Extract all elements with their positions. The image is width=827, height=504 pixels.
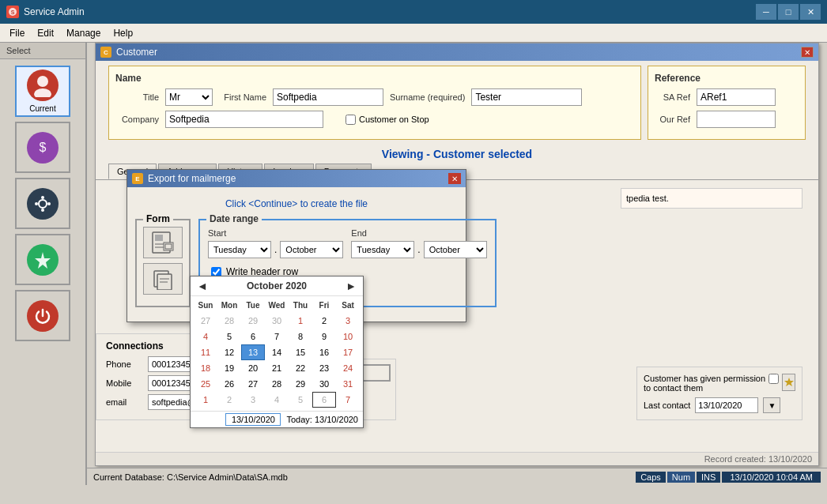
end-date-col: End TuesdayMondayWednesday . OctoberNove…	[351, 228, 486, 258]
calendar-day[interactable]: 23	[312, 360, 336, 376]
calendar-day[interactable]: 17	[336, 344, 360, 360]
sa-ref-input[interactable]	[697, 88, 776, 106]
main-layout: Select Current $	[0, 43, 827, 485]
calendar-day[interactable]: 21	[265, 360, 289, 376]
calendar-day[interactable]: 28	[265, 376, 289, 392]
calendar-day[interactable]: 26	[217, 376, 241, 392]
customer-window-icon: C	[100, 47, 111, 58]
start-label: Start	[208, 228, 343, 238]
title-select[interactable]: MrMrsMsDr	[165, 88, 213, 106]
status-right: Caps Num INS 13/10/2020 10:04 AM	[636, 472, 821, 483]
calendar-day[interactable]: 7	[265, 329, 289, 344]
customer-window-title: Customer	[116, 47, 157, 58]
maximize-button[interactable]: □	[778, 4, 799, 20]
calendar-day[interactable]: 10	[336, 329, 360, 344]
calendar-day[interactable]: 29	[241, 313, 265, 329]
surname-input[interactable]	[471, 88, 582, 106]
sidebar-item-current[interactable]: Current	[15, 66, 70, 117]
calendar-day[interactable]: 20	[241, 360, 265, 376]
calendar-day[interactable]: 18	[194, 360, 217, 376]
calendar-day[interactable]: 27	[194, 313, 217, 329]
day-header-thu: Thu	[289, 299, 312, 311]
menu-help[interactable]: Help	[107, 26, 139, 40]
calendar-day[interactable]: 6	[312, 392, 336, 408]
calendar-day[interactable]: 5	[217, 329, 241, 344]
calendar-day[interactable]: 11	[194, 344, 217, 360]
calendar-day[interactable]: 12	[217, 344, 241, 360]
form-icon-btn-2[interactable]	[143, 263, 183, 295]
first-name-input[interactable]	[273, 88, 383, 106]
calendar-day[interactable]: 14	[265, 344, 289, 360]
app-close-button[interactable]: ✕	[800, 4, 821, 20]
calendar-prev-btn[interactable]: ◄	[197, 280, 208, 292]
our-ref-label: Our Ref	[655, 115, 690, 124]
sidebar-item-power[interactable]	[15, 290, 70, 341]
svg-text:E: E	[135, 175, 140, 182]
calendar-day[interactable]: 2	[217, 392, 241, 408]
name-ref-section: Name Title MrMrsMsDr First Name Surname …	[108, 66, 806, 140]
last-contact-calendar-btn[interactable]: ▼	[763, 397, 780, 413]
name-box: Name Title MrMrsMsDr First Name Surname …	[108, 66, 641, 140]
form-icon-btn-1[interactable]	[143, 227, 183, 258]
dialog-title-text: Export for mailmerge	[148, 173, 236, 184]
sidebar-item-green[interactable]	[15, 234, 70, 285]
day-header-tue: Tue	[241, 299, 265, 311]
calendar-day[interactable]: 25	[194, 376, 217, 392]
calendar-day[interactable]: 1	[289, 313, 312, 329]
customer-on-stop-checkbox[interactable]	[346, 115, 356, 125]
start-month-select[interactable]: OctoberNovemberSeptember	[280, 241, 343, 258]
end-day-select[interactable]: TuesdayMondayWednesday	[351, 241, 414, 258]
calendar-day[interactable]: 24	[336, 360, 360, 376]
calendar-day[interactable]: 9	[312, 329, 336, 344]
calendar-day[interactable]: 15	[289, 344, 312, 360]
dialog-title-left: E Export for mailmerge	[132, 173, 236, 184]
contact-icon-btn[interactable]	[782, 374, 795, 391]
calendar-day[interactable]: 4	[265, 392, 289, 408]
sidebar-item-payments[interactable]: $	[15, 122, 70, 173]
calendar-day[interactable]: 30	[312, 376, 336, 392]
calendar-day[interactable]: 3	[241, 392, 265, 408]
calendar-today-input[interactable]	[225, 413, 281, 426]
company-input[interactable]	[165, 111, 323, 128]
svg-text:C: C	[104, 49, 108, 56]
dialog-close-button[interactable]: ✕	[448, 173, 461, 184]
last-contact-input[interactable]	[695, 397, 758, 413]
calendar-day[interactable]: 3	[336, 313, 360, 329]
our-ref-input[interactable]	[697, 111, 776, 128]
viewing-text: Viewing - Customer selected	[96, 145, 818, 164]
day-header-wed: Wed	[265, 299, 289, 311]
calendar-day[interactable]: 16	[312, 344, 336, 360]
calendar-day[interactable]: 19	[217, 360, 241, 376]
minimize-button[interactable]: ─	[756, 4, 776, 20]
calendar-day[interactable]: 13	[241, 344, 265, 360]
surname-label: Surname (required)	[390, 92, 465, 102]
sa-ref-label: SA Ref	[655, 92, 690, 102]
form-copy-icon	[151, 268, 175, 290]
calendar-day[interactable]: 4	[194, 329, 217, 344]
calendar-day[interactable]: 29	[289, 376, 312, 392]
calendar-day[interactable]: 6	[241, 329, 265, 344]
end-month-select[interactable]: OctoberNovemberSeptember	[424, 241, 487, 258]
last-contact-row: Last contact ▼	[644, 397, 795, 413]
date-row: Start TuesdayMondayWednesday . OctoberNo…	[208, 228, 487, 258]
menu-manage[interactable]: Manage	[60, 26, 107, 40]
calendar-day[interactable]: 8	[289, 329, 312, 344]
calendar-day[interactable]: 27	[241, 376, 265, 392]
menu-file[interactable]: File	[3, 26, 31, 40]
menu-edit[interactable]: Edit	[31, 26, 60, 40]
calendar-day[interactable]: 1	[194, 392, 217, 408]
calendar-day[interactable]: 2	[312, 313, 336, 329]
contact-checkbox[interactable]	[768, 374, 779, 384]
calendar-day[interactable]: 22	[289, 360, 312, 376]
calendar-next-btn[interactable]: ►	[346, 280, 357, 292]
calendar-day[interactable]: 7	[336, 392, 360, 408]
calendar-day[interactable]: 28	[217, 313, 241, 329]
calendar-day[interactable]: 31	[336, 376, 360, 392]
start-day-select[interactable]: TuesdayMondayWednesday	[208, 241, 271, 258]
end-select-row: TuesdayMondayWednesday . OctoberNovember…	[351, 241, 486, 258]
calendar-day[interactable]: 30	[265, 313, 289, 329]
sidebar-item-network[interactable]	[15, 178, 70, 229]
customer-window-close[interactable]: ✕	[801, 47, 814, 58]
payments-icon: $	[27, 132, 59, 164]
calendar-day[interactable]: 5	[289, 392, 312, 408]
